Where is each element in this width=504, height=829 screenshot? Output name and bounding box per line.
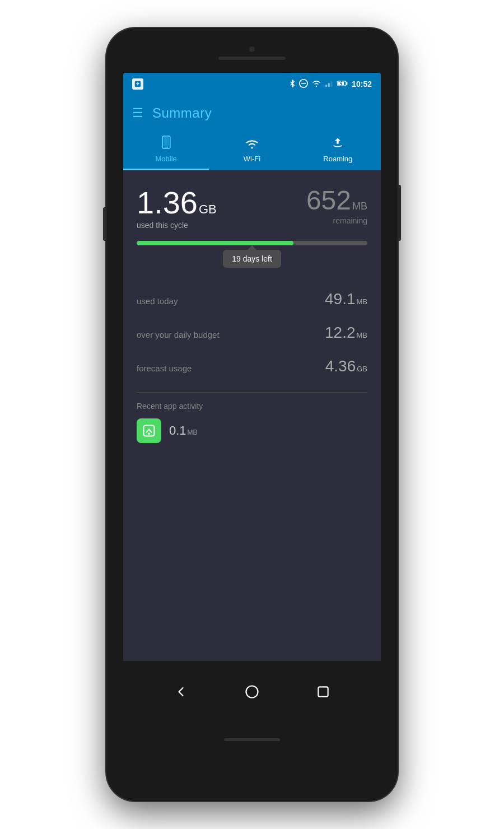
activity-amount: 0.1 MB: [169, 423, 198, 438]
battery-icon: [337, 80, 348, 89]
svg-point-15: [148, 432, 150, 434]
tab-mobile[interactable]: Mobile: [123, 136, 209, 170]
activity-section: Recent app activity 0.1 MB: [123, 393, 381, 452]
status-time: 10:52: [352, 80, 372, 89]
svg-rect-9: [346, 82, 348, 85]
tab-mobile-label: Mobile: [156, 155, 177, 163]
progress-track: [137, 241, 367, 245]
phone-top: [106, 28, 398, 73]
bluetooth-icon: [289, 79, 296, 90]
tab-roaming[interactable]: Roaming: [295, 137, 381, 170]
stat-big-today: 49.1: [325, 290, 356, 308]
wifi-status-icon: [311, 80, 321, 89]
activity-value: 0.1: [169, 423, 186, 438]
svg-rect-12: [164, 137, 169, 146]
status-bar-right: 10:52: [289, 79, 372, 90]
stat-big-budget: 12.2: [325, 324, 356, 342]
svg-rect-17: [318, 687, 328, 696]
phone-bottom: [224, 723, 280, 756]
svg-rect-5: [328, 83, 330, 87]
main-content: 1.36 GB used this cycle 652 MB remaining: [123, 170, 381, 661]
svg-rect-11: [164, 147, 168, 148]
nav-bar: [123, 661, 381, 723]
usage-section: 1.36 GB used this cycle 652 MB remaining: [123, 170, 381, 241]
app-icon-green: [137, 418, 161, 443]
home-indicator: [224, 738, 280, 741]
camera: [249, 46, 255, 52]
used-unit: GB: [199, 202, 217, 217]
status-bar-left: [132, 78, 143, 90]
used-value: 1.36: [137, 187, 198, 218]
stat-row-forecast: forecast usage 4.36 GB: [137, 350, 367, 383]
used-block: 1.36 GB used this cycle: [137, 187, 217, 230]
remaining-amount: 652 MB: [306, 187, 367, 214]
used-label: used this cycle: [137, 221, 217, 230]
remaining-block: 652 MB remaining: [306, 187, 367, 225]
speaker: [218, 57, 286, 60]
svg-rect-4: [325, 85, 327, 87]
used-amount: 1.36 GB: [137, 187, 217, 218]
remaining-label: remaining: [306, 216, 367, 225]
svg-point-16: [246, 686, 258, 698]
nav-recents-button[interactable]: [309, 678, 337, 706]
stat-label-budget: over your daily budget: [137, 330, 220, 339]
nav-home-button[interactable]: [238, 678, 266, 706]
tab-wifi[interactable]: Wi-Fi: [209, 138, 295, 170]
stat-unit-budget: MB: [357, 331, 368, 339]
hamburger-menu-icon[interactable]: ☰: [132, 106, 143, 120]
svg-point-13: [251, 147, 253, 148]
phone-screen: 10:52 ☰ Summary Mobile: [123, 73, 381, 723]
stat-value-today: 49.1 MB: [325, 290, 367, 308]
stat-unit-forecast: GB: [357, 365, 367, 373]
stat-row-budget: over your daily budget 12.2 MB: [137, 316, 367, 350]
stat-label-today: used today: [137, 296, 178, 306]
progress-container: [123, 241, 381, 245]
activity-unit: MB: [188, 429, 198, 436]
svg-point-3: [316, 85, 317, 86]
tab-wifi-label: Wi-Fi: [244, 155, 260, 163]
stat-row-today: used today 49.1 MB: [137, 282, 367, 316]
stat-big-forecast: 4.36: [325, 357, 356, 375]
svg-rect-6: [331, 81, 333, 87]
signal-icon: [325, 80, 334, 89]
remaining-unit: MB: [352, 201, 367, 212]
stat-label-forecast: forecast usage: [137, 364, 192, 373]
tab-roaming-label: Roaming: [323, 155, 352, 163]
stat-unit-today: MB: [357, 297, 368, 306]
stats-section: used today 49.1 MB over your daily budge…: [123, 273, 381, 392]
tab-bar: Mobile Wi-Fi: [123, 131, 381, 170]
roaming-tab-icon: [331, 137, 344, 152]
remaining-value: 652: [306, 187, 351, 214]
stat-value-budget: 12.2 MB: [325, 324, 367, 342]
nav-back-button[interactable]: [167, 678, 195, 706]
app-title: Summary: [152, 105, 212, 121]
activity-section-label: Recent app activity: [137, 402, 367, 411]
wifi-tab-icon: [245, 138, 259, 152]
phone-device: 10:52 ☰ Summary Mobile: [106, 28, 398, 801]
days-tooltip-container: 19 days left: [123, 250, 381, 273]
app-notification-icon: [132, 78, 143, 90]
app-bar: ☰ Summary: [123, 95, 381, 131]
progress-fill: [137, 241, 293, 245]
mobile-tab-icon: [161, 136, 171, 152]
stat-value-forecast: 4.36 GB: [325, 357, 367, 375]
dnd-icon: [299, 79, 308, 90]
days-left-tooltip: 19 days left: [223, 250, 281, 268]
activity-item: 0.1 MB: [137, 418, 367, 443]
status-bar: 10:52: [123, 73, 381, 95]
